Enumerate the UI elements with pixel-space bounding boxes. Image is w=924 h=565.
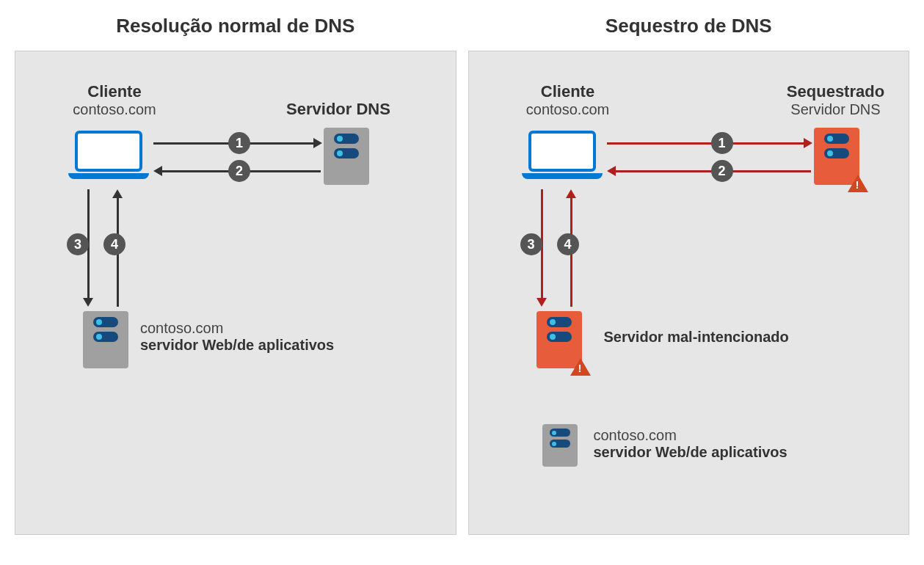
- warning-icon-server: [570, 358, 591, 376]
- panel-hijack-title: Sequestro de DNS: [605, 15, 772, 37]
- step-badge-1: 1: [228, 132, 250, 154]
- panel-hijack-wrap: Sequestro de DNS Cliente contoso.com Seq…: [468, 15, 910, 535]
- web-server-label: contoso.com servidor Web/de aplicativos: [140, 320, 334, 354]
- laptop-icon: [68, 131, 149, 182]
- web-server-icon: [83, 311, 128, 368]
- arrow-4-head: [112, 189, 123, 198]
- real-web-server-label: contoso.com servidor Web/de aplicativos: [594, 427, 787, 461]
- diagram-container: Resolução normal de DNS Cliente contoso.…: [0, 0, 924, 550]
- panel-normal-title: Resolução normal de DNS: [116, 15, 354, 37]
- panel-hijack: Cliente contoso.com Sequestrado Servidor…: [468, 51, 910, 535]
- arrow-4r-head: [566, 189, 576, 198]
- dns-label-r-bold: Sequestrado: [763, 82, 909, 101]
- arrow-1r-line: [607, 142, 805, 145]
- step-badge-4: 4: [103, 233, 125, 255]
- arrow-2r-head: [607, 166, 616, 176]
- panel-normal-wrap: Resolução normal de DNS Cliente contoso.…: [15, 15, 456, 535]
- step-badge-4r: 4: [557, 233, 579, 255]
- laptop-icon-r: [522, 131, 603, 182]
- client-label-r-bold: Cliente: [509, 82, 627, 101]
- client-label-r-sub: contoso.com: [509, 101, 627, 118]
- client-label-bold: Cliente: [56, 82, 173, 101]
- web-server-l1: contoso.com: [140, 320, 334, 337]
- malicious-server-label: Servidor mal-intencionado: [604, 329, 789, 346]
- dns-label-r: Sequestrado Servidor DNS: [763, 82, 909, 118]
- step-badge-2: 2: [228, 160, 250, 182]
- step-badge-3: 3: [67, 233, 89, 255]
- client-label: Cliente contoso.com: [56, 82, 173, 118]
- dns-label-r-sub: Servidor DNS: [763, 101, 909, 118]
- arrow-3-head: [83, 298, 93, 307]
- step-badge-2r: 2: [711, 160, 733, 182]
- step-badge-3r: 3: [520, 233, 542, 255]
- step-badge-1r: 1: [711, 132, 733, 154]
- arrow-1r-head: [804, 138, 812, 148]
- dns-server-icon: [324, 128, 369, 185]
- real-web-server-icon: [542, 424, 578, 467]
- panel-normal: Cliente contoso.com Servidor DNS 1 2 3: [15, 51, 456, 535]
- client-label-r: Cliente contoso.com: [509, 82, 627, 118]
- real-web-l2: servidor Web/de aplicativos: [594, 444, 787, 461]
- client-label-sub: contoso.com: [56, 101, 173, 118]
- real-web-l1: contoso.com: [594, 427, 787, 444]
- web-server-l2: servidor Web/de aplicativos: [140, 337, 334, 354]
- dns-label-text: Servidor DNS: [265, 100, 412, 119]
- arrow-2-head: [153, 166, 162, 176]
- arrow-1-head: [313, 138, 322, 148]
- dns-label: Servidor DNS: [265, 100, 412, 119]
- malicious-server-text: Servidor mal-intencionado: [604, 329, 789, 346]
- warning-icon-dns: [848, 175, 868, 192]
- arrow-3r-head: [536, 298, 547, 307]
